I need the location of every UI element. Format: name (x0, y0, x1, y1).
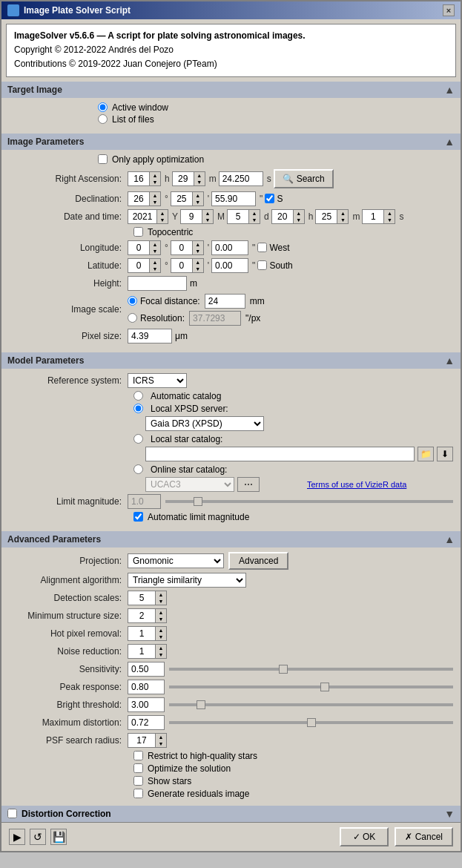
lat-deg-input[interactable] (128, 259, 149, 272)
lon-deg-up[interactable]: ▲ (150, 241, 160, 248)
dt-hour-input[interactable] (272, 210, 293, 223)
dec-deg-input[interactable]: 26 (128, 192, 149, 206)
lon-min-input[interactable] (171, 241, 192, 254)
dt-min-down[interactable]: ▼ (337, 217, 348, 223)
close-button[interactable]: × (443, 4, 455, 16)
alignment-select[interactable]: Triangle similarity (128, 573, 246, 588)
sensitivity-input[interactable] (128, 662, 165, 677)
ra-s-input[interactable]: 24.250 (219, 171, 263, 186)
dt-day-input[interactable] (228, 210, 248, 223)
dec-deg-up[interactable]: ▲ (150, 192, 160, 199)
detection-scales-input[interactable] (128, 591, 155, 605)
hot-pixel-down[interactable]: ▼ (156, 634, 166, 640)
dec-min-spinbox[interactable]: 25 ▲ ▼ (171, 191, 204, 206)
vizier-link[interactable]: Terms of use of VizieR data (307, 480, 406, 489)
lon-deg-down[interactable]: ▼ (150, 248, 160, 254)
min-structure-down[interactable]: ▼ (156, 616, 166, 622)
min-structure-spinbox[interactable]: ▲ ▼ (128, 608, 167, 623)
focal-distance-radio-label[interactable]: Focal distance: (128, 296, 200, 306)
lat-min-up[interactable]: ▲ (193, 259, 203, 266)
noise-reduction-down[interactable]: ▼ (156, 651, 166, 658)
ra-m-up[interactable]: ▲ (194, 172, 205, 179)
resolution-radio[interactable] (128, 313, 137, 323)
xpsd-select[interactable]: Gaia DR3 (XPSD) (145, 416, 264, 431)
ra-m-down[interactable]: ▼ (194, 179, 205, 185)
west-checkbox[interactable] (257, 243, 267, 252)
focal-input[interactable] (205, 294, 245, 309)
noise-reduction-input[interactable] (128, 645, 155, 658)
dec-s-checkbox[interactable] (265, 194, 274, 203)
detection-scales-down[interactable]: ▼ (156, 598, 166, 605)
image-parameters-collapse-icon[interactable]: ▲ (444, 136, 455, 148)
dt-day-spinbox[interactable]: ▲ ▼ (227, 209, 260, 224)
dt-year-up[interactable]: ▲ (157, 210, 168, 217)
dec-min-down[interactable]: ▼ (193, 199, 203, 206)
detection-scales-spinbox[interactable]: ▲ ▼ (128, 591, 167, 605)
peak-response-slider[interactable] (169, 685, 453, 688)
dec-deg-spinbox[interactable]: 26 ▲ ▼ (128, 191, 161, 206)
dt-year-down[interactable]: ▼ (157, 217, 168, 223)
dec-min-up[interactable]: ▲ (193, 192, 203, 199)
list-of-files-radio-label[interactable]: List of files (98, 114, 453, 125)
dt-min-up[interactable]: ▲ (337, 210, 348, 217)
psf-radius-down[interactable]: ▼ (156, 740, 166, 747)
dt-hour-down[interactable]: ▼ (294, 217, 304, 223)
dt-sec-input[interactable] (363, 210, 383, 223)
psf-radius-input[interactable] (128, 734, 155, 747)
footer-refresh-icon[interactable]: ↺ (30, 829, 46, 845)
max-distortion-slider[interactable] (169, 721, 453, 724)
ra-m-spinbox[interactable]: 29 ▲ ▼ (172, 171, 205, 186)
topocentric-checkbox[interactable] (133, 227, 143, 237)
dec-min-input[interactable]: 25 (171, 192, 192, 206)
advanced-parameters-collapse-icon[interactable]: ▲ (444, 533, 455, 545)
peak-response-input[interactable] (128, 680, 165, 694)
lat-min-input[interactable] (171, 259, 192, 272)
resolution-input[interactable] (189, 311, 241, 326)
online-catalog-select[interactable]: UCAC3 (145, 477, 234, 492)
min-structure-input[interactable] (128, 609, 155, 622)
ra-h-up[interactable]: ▲ (150, 172, 160, 179)
bright-threshold-slider[interactable] (169, 703, 453, 706)
model-parameters-collapse-icon[interactable]: ▲ (444, 355, 455, 366)
ra-h-spinbox[interactable]: 16 ▲ ▼ (128, 171, 161, 186)
generate-residuals-checkbox[interactable] (133, 789, 143, 798)
lat-deg-down[interactable]: ▼ (150, 266, 160, 272)
resolution-radio-label[interactable]: Resolution: (128, 313, 185, 323)
hot-pixel-input[interactable] (128, 627, 155, 640)
detection-scales-up[interactable]: ▲ (156, 591, 166, 598)
dt-min-input[interactable] (316, 210, 337, 223)
dt-year-spinbox[interactable]: ▲ ▼ (128, 209, 168, 224)
noise-reduction-up[interactable]: ▲ (156, 645, 166, 651)
psf-radius-spinbox[interactable]: ▲ ▼ (128, 733, 167, 748)
cancel-button[interactable]: ✗ Cancel (395, 827, 453, 846)
bright-threshold-input[interactable] (128, 697, 165, 712)
distortion-checkbox[interactable] (7, 809, 17, 818)
dt-year-input[interactable] (128, 210, 156, 223)
active-window-radio-label[interactable]: Active window (98, 102, 453, 113)
limit-magnitude-input[interactable] (128, 494, 161, 509)
local-catalog-path-input[interactable] (145, 447, 415, 461)
dec-deg-down[interactable]: ▼ (150, 199, 160, 206)
online-catalog-settings-button[interactable]: ⋯ (237, 477, 260, 492)
search-button[interactable]: 🔍 Search (274, 169, 334, 188)
lon-min-spinbox[interactable]: ▲ ▼ (171, 240, 204, 255)
focal-distance-radio[interactable] (128, 296, 137, 306)
lon-sec-input[interactable] (211, 240, 248, 255)
dt-month-input[interactable] (181, 210, 202, 223)
show-stars-checkbox[interactable] (133, 776, 143, 786)
hot-pixel-spinbox[interactable]: ▲ ▼ (128, 626, 167, 641)
dt-hour-up[interactable]: ▲ (294, 210, 304, 217)
local-catalog-browse-button[interactable]: 📁 (418, 447, 434, 461)
dt-min-spinbox[interactable]: ▲ ▼ (315, 209, 349, 224)
dt-month-down[interactable]: ▼ (202, 217, 213, 223)
local-xpsd-radio[interactable] (133, 404, 143, 413)
dt-day-down[interactable]: ▼ (249, 217, 260, 223)
online-catalog-radio[interactable] (133, 464, 143, 474)
psf-radius-up[interactable]: ▲ (156, 734, 166, 740)
ra-m-input[interactable]: 29 (173, 172, 194, 185)
projection-select[interactable]: Gnomonic (128, 553, 224, 568)
dt-day-up[interactable]: ▲ (249, 210, 260, 217)
height-input[interactable] (128, 276, 187, 291)
auto-limit-checkbox[interactable] (133, 512, 143, 522)
lat-min-spinbox[interactable]: ▲ ▼ (171, 258, 204, 273)
